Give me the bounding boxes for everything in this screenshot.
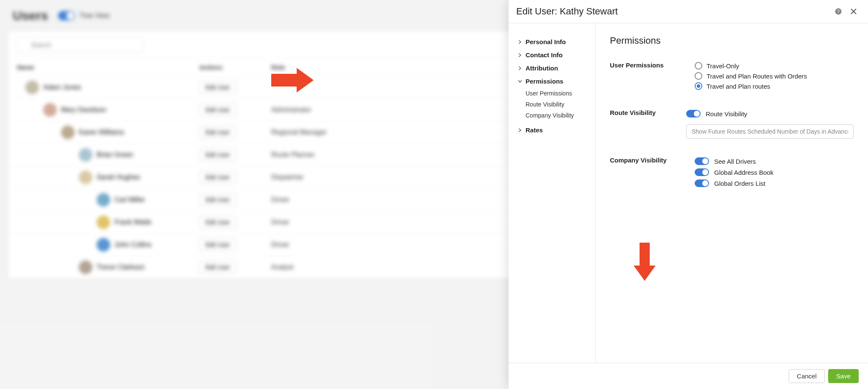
- label-company-visibility: Company Visibility: [610, 156, 695, 189]
- toggle-switch-icon: [686, 110, 701, 118]
- row-route-visibility: Route Visibility Route Visibility: [610, 108, 854, 139]
- toggle-label: Global Address Book: [714, 169, 773, 176]
- label-user-permissions: User Permissions: [610, 61, 695, 91]
- radio-travel-plan-orders[interactable]: Travel and Plan Routes with Orders: [695, 71, 854, 81]
- sidebar-item-label: Rates: [526, 126, 543, 134]
- radio-icon: [695, 82, 702, 90]
- sidebar-item-label: Personal Info: [526, 38, 566, 45]
- radio-icon: [695, 72, 702, 80]
- toggle-route-visibility[interactable]: Route Visibility: [686, 108, 854, 119]
- modal-content: Permissions User Permissions Travel-Only…: [595, 23, 868, 363]
- radio-label: Travel-Only: [707, 62, 739, 70]
- chevron-down-icon: [518, 79, 522, 84]
- close-icon[interactable]: [849, 7, 858, 16]
- row-company-visibility: Company Visibility See All Drivers Globa…: [610, 156, 854, 189]
- content-heading: Permissions: [610, 35, 854, 46]
- sidebar-sub-user-permissions[interactable]: User Permissions: [518, 88, 591, 99]
- toggle-switch-icon: [695, 157, 709, 165]
- modal-sidebar: Personal Info Contact Info Attribution P…: [509, 23, 595, 363]
- chevron-right-icon: [518, 40, 522, 44]
- svg-text:?: ?: [837, 9, 840, 14]
- edit-user-modal: Edit User: Kathy Stewart ? Personal Info…: [509, 0, 868, 389]
- radio-travel-only[interactable]: Travel-Only: [695, 61, 854, 71]
- radio-icon: [695, 62, 702, 70]
- sidebar-item-attribution[interactable]: Attribution: [518, 62, 591, 75]
- sidebar-item-rates[interactable]: Rates: [518, 123, 591, 137]
- toggle-global-address-book[interactable]: Global Address Book: [695, 167, 854, 178]
- sidebar-item-label: Attribution: [526, 64, 558, 72]
- sidebar-item-permissions[interactable]: Permissions: [518, 75, 591, 88]
- toggle-label: Global Orders List: [714, 180, 765, 187]
- modal-header: Edit User: Kathy Stewart ?: [509, 0, 868, 23]
- chevron-right-icon: [518, 53, 522, 57]
- modal-title: Edit User: Kathy Stewart: [516, 6, 618, 17]
- sidebar-item-personal-info[interactable]: Personal Info: [518, 35, 591, 48]
- row-user-permissions: User Permissions Travel-Only Travel and …: [610, 61, 854, 91]
- radio-label: Travel and Plan Routes with Orders: [707, 73, 807, 80]
- route-future-days-input[interactable]: [686, 124, 854, 139]
- sidebar-item-contact-info[interactable]: Contact Info: [518, 48, 591, 62]
- radio-label: Travel and Plan routes: [707, 83, 770, 90]
- sidebar-sub-route-visibility[interactable]: Route Visibility: [518, 99, 591, 110]
- modal-footer: Cancel Save: [509, 363, 868, 389]
- sidebar-sub-company-visibility[interactable]: Company Visibility: [518, 110, 591, 121]
- cancel-button[interactable]: Cancel: [789, 369, 825, 383]
- chevron-right-icon: [518, 66, 522, 70]
- toggle-label: Route Visibility: [706, 110, 747, 118]
- radio-travel-plan-routes[interactable]: Travel and Plan routes: [695, 81, 854, 91]
- toggle-label: See All Drivers: [714, 158, 756, 165]
- toggle-see-all-drivers[interactable]: See All Drivers: [695, 156, 854, 167]
- sidebar-item-label: Contact Info: [526, 51, 563, 59]
- toggle-switch-icon: [695, 179, 709, 187]
- help-icon[interactable]: ?: [834, 7, 843, 16]
- chevron-right-icon: [518, 128, 522, 132]
- label-route-visibility: Route Visibility: [610, 108, 686, 139]
- toggle-global-orders-list[interactable]: Global Orders List: [695, 178, 854, 189]
- sidebar-item-label: Permissions: [526, 78, 563, 85]
- toggle-switch-icon: [695, 168, 709, 176]
- save-button[interactable]: Save: [828, 369, 859, 383]
